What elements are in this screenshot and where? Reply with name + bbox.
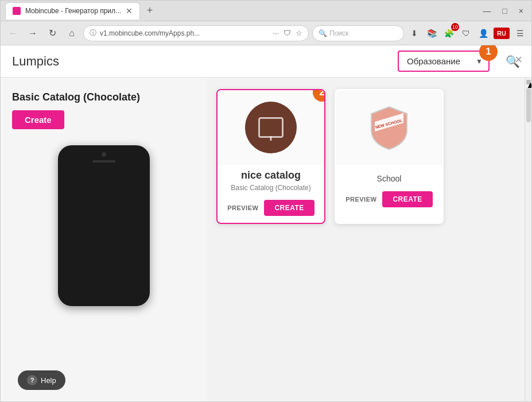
catalog-square — [258, 117, 284, 138]
featured-create-button[interactable]: Create — [12, 110, 64, 129]
home-button[interactable]: ⌂ — [64, 25, 80, 41]
url-text: v1.mobincube.com/myApps.ph... — [100, 29, 269, 37]
search-bar[interactable]: 🔍 Поиск — [312, 25, 404, 41]
download-icon[interactable]: ⬇ — [407, 26, 421, 40]
ru-badge[interactable]: RU — [494, 28, 510, 39]
template-card-school: NEW SCHOOL School PREVIEW CREATE — [335, 89, 444, 224]
tab-favicon — [13, 7, 21, 15]
window-controls: — □ × — [479, 5, 527, 17]
scroll-thumb[interactable] — [526, 88, 531, 122]
shield-icon: 🛡 — [284, 29, 291, 37]
card-subtitle-catalog: Basic Catalog (Chocolate) — [225, 184, 316, 192]
card-title-catalog: nice catalog — [241, 169, 301, 181]
extensions-icon[interactable]: 🧩 10 — [442, 26, 456, 40]
category-select[interactable]: Образование ▼ — [398, 51, 490, 72]
tab-title: Mobincube - Генератор прил... — [25, 7, 121, 15]
modal-close-button[interactable]: × — [515, 52, 522, 67]
shield-svg: NEW SCHOOL — [369, 105, 409, 150]
card-icon-area-school: NEW SCHOOL — [336, 90, 442, 165]
sync-icon[interactable]: 🛡 — [459, 26, 473, 40]
templates-grid: 2 nice catalog Basic Catalog (Chocolate)… — [207, 78, 525, 401]
search-icon: 🔍 — [319, 29, 327, 37]
help-label: Help — [41, 376, 56, 385]
browser-window: Mobincube - Генератор прил... ✕ + — □ × … — [0, 0, 532, 402]
toolbar-icons: ⬇ 📚 🧩 10 🛡 👤 RU ☰ — [407, 26, 527, 40]
title-bar: Mobincube - Генератор прил... ✕ + — □ × — [1, 1, 531, 21]
preview-button-school[interactable]: PREVIEW — [345, 196, 376, 203]
create-button-school[interactable]: CREATE — [382, 191, 432, 207]
address-bar[interactable]: ⓘ v1.mobincube.com/myApps.ph... ··· 🛡 ☆ — [83, 25, 309, 41]
badge-1: 1 — [479, 45, 498, 61]
page-content: × Lumpics 1 Образование ▼ 🔍 Basi — [1, 45, 531, 401]
featured-title: Basic Catalog (Chocolate) — [12, 91, 140, 103]
bookmarks-icon[interactable]: 📚 — [425, 26, 438, 40]
menu-icon[interactable]: ☰ — [513, 26, 527, 40]
phone-speaker — [92, 160, 115, 163]
card-actions-school: PREVIEW CREATE — [345, 191, 433, 207]
main-area: Basic Catalog (Chocolate) Create ? Help — [1, 78, 531, 401]
maximize-button[interactable]: □ — [499, 5, 510, 17]
preview-button-catalog[interactable]: PREVIEW — [227, 204, 258, 211]
template-card-nice-catalog: 2 nice catalog Basic Catalog (Chocolate)… — [216, 89, 325, 224]
scrollbar[interactable]: ▲ — [525, 78, 531, 401]
tab-close-icon[interactable]: ✕ — [126, 6, 133, 16]
help-button[interactable]: ? Help — [18, 370, 65, 390]
star-icon[interactable]: ☆ — [296, 29, 302, 37]
help-icon: ? — [27, 375, 37, 385]
phone-mockup — [58, 145, 150, 306]
brand-name: Lumpics — [12, 54, 127, 69]
category-dropdown-wrapper: 1 Образование ▼ — [398, 51, 490, 72]
more-icon[interactable]: ··· — [273, 29, 279, 37]
address-icons: ··· 🛡 ☆ — [273, 29, 302, 37]
app-header: Lumpics 1 Образование ▼ 🔍 — [1, 45, 531, 78]
phone-camera — [102, 152, 106, 157]
card-subtitle-school: School — [371, 174, 407, 183]
tab-area: Mobincube - Генератор прил... ✕ + — [5, 2, 476, 20]
category-value: Образование — [407, 56, 460, 66]
search-placeholder: Поиск — [329, 29, 348, 37]
modal-overlay: × Lumpics 1 Образование ▼ 🔍 Basi — [1, 45, 531, 401]
featured-section: Basic Catalog (Chocolate) Create ? Help — [1, 78, 207, 401]
scroll-up-icon[interactable]: ▲ — [526, 80, 531, 84]
refresh-button[interactable]: ↻ — [44, 25, 60, 41]
new-tab-button[interactable]: + — [142, 3, 157, 18]
back-button[interactable]: ← — [5, 25, 21, 41]
minimize-button[interactable]: — — [479, 5, 494, 17]
forward-button[interactable]: → — [25, 25, 41, 41]
close-button[interactable]: × — [515, 5, 527, 17]
toolbar: ← → ↻ ⌂ ⓘ v1.mobincube.com/myApps.ph... … — [1, 21, 531, 45]
card-actions-catalog: PREVIEW CREATE — [227, 200, 314, 216]
user-icon[interactable]: 👤 — [476, 26, 490, 40]
catalog-icon — [245, 102, 297, 153]
active-tab[interactable]: Mobincube - Генератор прил... ✕ — [5, 2, 140, 20]
card-icon-area-catalog — [218, 90, 324, 165]
create-button-catalog[interactable]: CREATE — [264, 200, 314, 216]
school-shield-icon: NEW SCHOOL — [363, 102, 415, 153]
